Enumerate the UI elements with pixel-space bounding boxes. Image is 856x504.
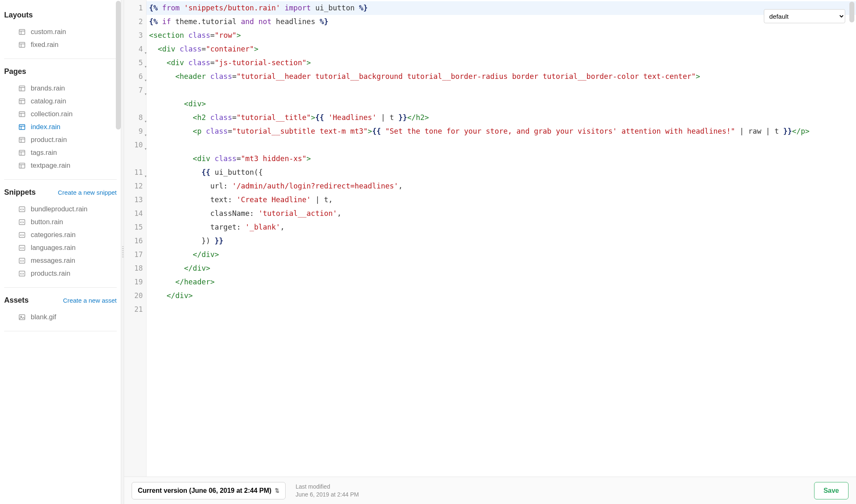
svg-rect-30 xyxy=(19,245,25,250)
updown-icon: ⇅ xyxy=(275,487,279,494)
variant-select-wrap: default xyxy=(764,9,845,23)
code-line[interactable]: <section class="row"> xyxy=(147,29,856,42)
last-modified: Last modified June 6, 2019 at 2:44 PM xyxy=(296,483,359,498)
code-area[interactable]: {% from 'snippets/button.rain' import ui… xyxy=(147,0,856,477)
file-item[interactable]: custom.rain xyxy=(4,25,117,38)
svg-rect-31 xyxy=(19,258,25,263)
gutter-line: 21 xyxy=(124,303,146,316)
code-line[interactable]: <div class="js-tutorial-section"> xyxy=(147,56,856,70)
section-title: Layouts xyxy=(4,11,33,20)
gutter-line: 19 xyxy=(124,275,146,289)
file-item[interactable]: textpage.rain xyxy=(4,159,117,172)
file-item[interactable]: fixed.rain xyxy=(4,38,117,51)
code-line[interactable]: text: 'Create Headline' | t, xyxy=(147,193,856,207)
code-line[interactable]: </div> xyxy=(147,248,856,262)
file-item[interactable]: brands.rain xyxy=(4,82,117,95)
fold-toggle-icon[interactable]: ▾ xyxy=(144,87,147,101)
file-label: collection.rain xyxy=(31,110,73,118)
code-icon xyxy=(18,231,26,239)
gutter-line: 4▾ xyxy=(124,42,146,56)
layout-icon xyxy=(18,162,26,169)
code-line[interactable]: target: '_blank', xyxy=(147,220,856,234)
gutter-line: 10▾ xyxy=(124,138,146,166)
save-button[interactable]: Save xyxy=(814,482,849,499)
editor-pane: 1234▾5▾6▾7▾8▾9▾10▾11▾1213141516171819202… xyxy=(124,0,856,504)
layout-icon xyxy=(18,28,26,36)
variant-select[interactable]: default xyxy=(764,9,845,23)
layout-icon xyxy=(18,110,26,118)
file-label: tags.rain xyxy=(31,149,57,157)
file-item[interactable]: products.rain xyxy=(4,267,117,280)
file-label: bundleproduct.rain xyxy=(31,205,88,213)
layout-icon xyxy=(18,123,26,131)
svg-rect-28 xyxy=(19,220,25,225)
file-item[interactable]: messages.rain xyxy=(4,254,117,267)
file-item[interactable]: bundleproduct.rain xyxy=(4,203,117,215)
file-label: categories.rain xyxy=(31,231,76,239)
file-item[interactable]: tags.rain xyxy=(4,146,117,159)
sidebar-scrollbar[interactable] xyxy=(116,1,121,130)
svg-rect-9 xyxy=(19,99,25,104)
file-item[interactable]: button.rain xyxy=(4,215,117,228)
svg-rect-6 xyxy=(19,86,25,91)
gutter-line: 16 xyxy=(124,234,146,248)
code-line[interactable]: </header> xyxy=(147,275,856,289)
code-line[interactable]: {% from 'snippets/button.rain' import ui… xyxy=(147,1,856,15)
svg-rect-27 xyxy=(19,207,25,212)
version-dropdown[interactable]: Current version (June 06, 2019 at 2:44 P… xyxy=(132,482,286,499)
file-label: button.rain xyxy=(31,218,63,226)
code-line[interactable]: className: 'tutorial__action', xyxy=(147,207,856,220)
gutter-line: 6▾ xyxy=(124,70,146,83)
section-action-link[interactable]: Create a new asset xyxy=(63,297,117,304)
code-line[interactable]: <p class="tutorial__subtitle text-m mt3"… xyxy=(147,125,856,152)
code-line[interactable]: <div> xyxy=(147,97,856,111)
line-gutter: 1234▾5▾6▾7▾8▾9▾10▾11▾1213141516171819202… xyxy=(124,0,147,477)
file-label: blank.gif xyxy=(31,313,56,321)
file-label: brands.rain xyxy=(31,84,65,92)
file-item[interactable]: languages.rain xyxy=(4,241,117,254)
code-line[interactable]: {{ ui_button({ xyxy=(147,166,856,179)
gutter-line: 13 xyxy=(124,193,146,207)
pane-splitter[interactable] xyxy=(121,0,124,504)
file-item[interactable]: categories.rain xyxy=(4,228,117,241)
layout-icon xyxy=(18,162,26,169)
layout-icon xyxy=(18,149,26,157)
section-title: Snippets xyxy=(4,188,36,197)
code-line[interactable]: </div> xyxy=(147,262,856,275)
file-item[interactable]: catalog.rain xyxy=(4,95,117,108)
code-icon xyxy=(18,270,26,277)
code-icon xyxy=(18,231,26,239)
code-line[interactable]: <header class="tutorial__header tutorial… xyxy=(147,70,856,97)
file-item[interactable]: collection.rain xyxy=(4,108,117,120)
gutter-line: 9▾ xyxy=(124,125,146,138)
section-action-link[interactable]: Create a new snippet xyxy=(58,189,117,196)
code-line[interactable]: }) }} xyxy=(147,234,856,248)
file-item[interactable]: index.rain xyxy=(4,120,117,133)
editor-footer: Current version (June 06, 2019 at 2:44 P… xyxy=(124,477,856,504)
fold-toggle-icon[interactable]: ▾ xyxy=(144,142,147,156)
svg-rect-0 xyxy=(19,29,25,34)
last-modified-value: June 6, 2019 at 2:44 PM xyxy=(296,491,359,498)
code-line[interactable]: </div> xyxy=(147,289,856,303)
svg-rect-18 xyxy=(19,137,25,142)
editor-scrollbar[interactable] xyxy=(849,2,854,22)
section-title: Pages xyxy=(4,67,26,76)
layout-icon xyxy=(18,85,26,92)
file-item[interactable]: blank.gif xyxy=(4,311,117,323)
code-line[interactable]: {% if theme.tutorial and not headlines %… xyxy=(147,15,856,29)
version-label: Current version (June 06, 2019 at 2:44 P… xyxy=(138,487,271,494)
gutter-line: 18 xyxy=(124,262,146,275)
svg-rect-29 xyxy=(19,232,25,237)
code-line[interactable]: <div class="container"> xyxy=(147,42,856,56)
layout-icon xyxy=(18,85,26,92)
file-label: catalog.rain xyxy=(31,97,66,105)
file-label: textpage.rain xyxy=(31,161,70,169)
code-icon xyxy=(18,218,26,226)
gutter-line: 7▾ xyxy=(124,83,146,111)
layout-icon xyxy=(18,98,26,105)
code-line[interactable]: <div class="mt3 hidden-xs"> xyxy=(147,152,856,166)
file-item[interactable]: product.rain xyxy=(4,133,117,146)
layout-icon xyxy=(18,41,26,49)
code-line[interactable]: <h2 class="tutorial__title">{{ 'Headline… xyxy=(147,111,856,125)
code-line[interactable]: url: '/admin/auth/login?redirect=headlin… xyxy=(147,179,856,193)
